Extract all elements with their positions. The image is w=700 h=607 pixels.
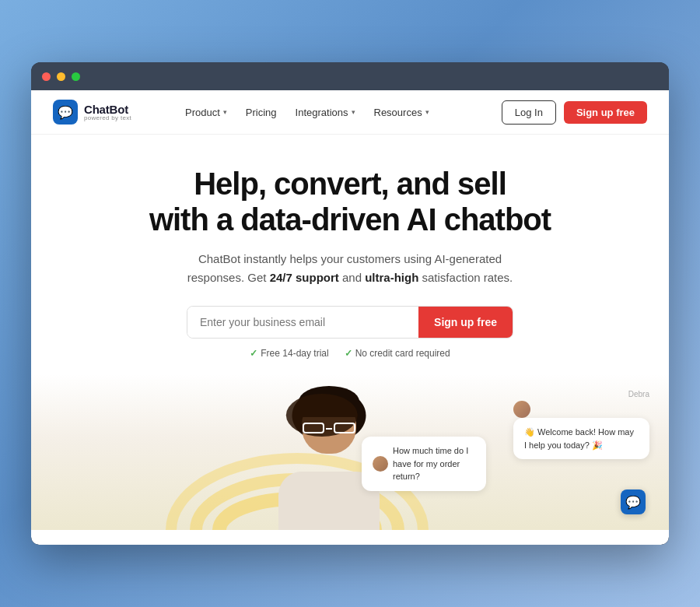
demo-section: Debra 👋 Welcome back! How may I help you… xyxy=(31,374,669,530)
glasses xyxy=(301,423,357,433)
user-avatar-small xyxy=(373,456,388,472)
hero-subtitle: ChatBot instantly helps your customers u… xyxy=(187,250,513,287)
navbar: 💬 ChatBot powered by text Product ▾ Pric… xyxy=(31,90,669,135)
nav-item-product[interactable]: Product ▾ xyxy=(177,102,235,123)
browser-maximize-dot[interactable] xyxy=(72,72,80,81)
logo-name: ChatBot xyxy=(84,104,131,115)
subtitle-text-2: and xyxy=(339,271,365,284)
hero-title-line1: Help, convert, and sell xyxy=(194,167,506,201)
nav-item-pricing[interactable]: Pricing xyxy=(238,102,285,123)
signup-button[interactable]: Sign up free xyxy=(564,101,647,124)
nav-label-integrations: Integrations xyxy=(296,107,348,118)
question-bubble: How much time do I have for my order ret… xyxy=(362,437,486,491)
nav-actions: Log In Sign up free xyxy=(502,100,647,125)
avatar xyxy=(513,401,530,418)
cta-button[interactable]: Sign up free xyxy=(418,307,513,338)
browser-window: 💬 ChatBot powered by text Product ▾ Pric… xyxy=(31,62,669,545)
check-icon-trial: ✓ xyxy=(250,348,257,359)
login-button[interactable]: Log In xyxy=(502,100,556,125)
nav-label-pricing: Pricing xyxy=(246,107,277,118)
hero-title: Help, convert, and sell with a data-driv… xyxy=(47,166,653,237)
nav-label-resources: Resources xyxy=(374,107,422,118)
nav-item-resources[interactable]: Resources ▾ xyxy=(366,102,437,123)
chatbot-icon: 💬 xyxy=(625,495,641,510)
trust-label-trial: Free 14-day trial xyxy=(261,348,328,359)
chat-name-label: Debra xyxy=(513,390,649,398)
logo-icon: 💬 xyxy=(53,100,78,125)
browser-close-dot[interactable] xyxy=(42,72,51,81)
trust-badges: ✓ Free 14-day trial ✓ No credit card req… xyxy=(47,348,653,359)
email-input[interactable] xyxy=(187,307,418,338)
hero-title-line2: with a data-driven AI chatbot xyxy=(149,202,551,237)
subtitle-bold-1: 24/7 support xyxy=(270,271,339,284)
chevron-down-icon: ▾ xyxy=(223,108,227,116)
nav-label-product: Product xyxy=(185,107,220,118)
avatar-row xyxy=(513,401,649,418)
subtitle-bold-2: ultra-high xyxy=(365,271,418,284)
logo-text: ChatBot powered by text xyxy=(84,104,131,121)
question-text: How much time do I have for my order ret… xyxy=(393,444,475,483)
chevron-down-icon: ▾ xyxy=(425,108,429,116)
chatbot-icon-button[interactable]: 💬 xyxy=(621,489,646,514)
welcome-bubble: 👋 Welcome back! How may I help you today… xyxy=(513,418,649,459)
hero-section: Help, convert, and sell with a data-driv… xyxy=(31,135,669,374)
nav-items: Product ▾ Pricing Integrations ▾ Resourc… xyxy=(177,102,483,123)
trust-badge-trial: ✓ Free 14-day trial xyxy=(250,348,328,359)
subtitle-text-3: satisfaction rates. xyxy=(418,271,513,284)
trust-badge-card: ✓ No credit card required xyxy=(345,348,450,359)
browser-minimize-dot[interactable] xyxy=(57,72,65,81)
email-form: Sign up free xyxy=(187,306,513,339)
nav-item-integrations[interactable]: Integrations ▾ xyxy=(288,102,363,123)
check-icon-card: ✓ xyxy=(345,348,352,359)
logo-sub: powered by text xyxy=(84,115,131,121)
trust-label-card: No credit card required xyxy=(355,348,450,359)
chat-container: Debra 👋 Welcome back! How may I help you… xyxy=(513,390,649,464)
chevron-down-icon: ▾ xyxy=(352,108,355,116)
logo[interactable]: 💬 ChatBot powered by text xyxy=(53,100,146,125)
page-content: 💬 ChatBot powered by text Product ▾ Pric… xyxy=(31,90,669,545)
browser-bar xyxy=(31,62,669,90)
